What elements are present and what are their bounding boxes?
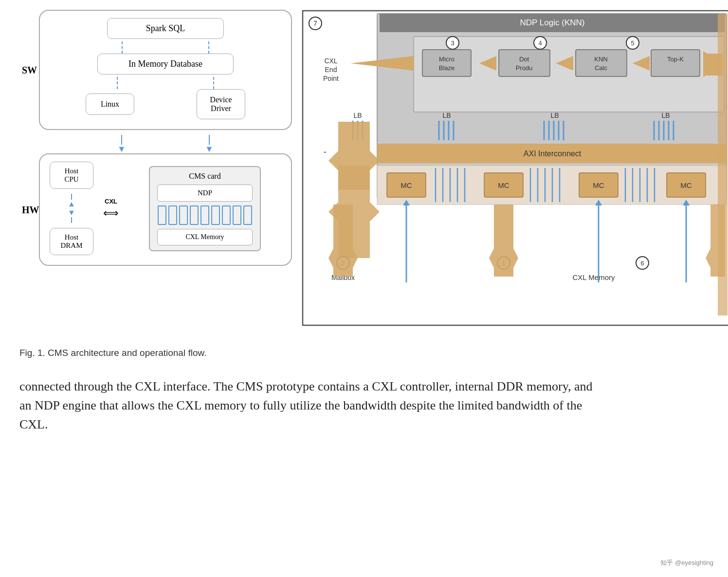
body-text: connected through the CXL interface. The… xyxy=(19,372,603,439)
sw-section-wrapper: SW Spark SQL In Memory Database xyxy=(39,10,292,130)
svg-text:Produ: Produ xyxy=(516,64,533,72)
wave-lines xyxy=(157,205,253,225)
svg-rect-30 xyxy=(651,50,700,76)
svg-text:Top-K: Top-K xyxy=(667,56,684,63)
cxl-connector: CXL ⟺ xyxy=(103,198,119,220)
driver-box: DeviceDriver xyxy=(197,89,245,119)
hw-inner: HostCPU ▲ ▼ HostDRAM xyxy=(50,162,281,255)
svg-rect-26 xyxy=(576,50,627,76)
cxl-memory-text: CXL Memory xyxy=(185,233,224,241)
wave-8 xyxy=(233,205,241,225)
svg-text:MC: MC xyxy=(593,181,604,189)
arrow-up: ▲ xyxy=(68,200,75,208)
wave-4 xyxy=(190,205,199,225)
svg-text:Micro: Micro xyxy=(439,56,455,63)
svg-text:-: - xyxy=(324,147,327,157)
watermark: 知乎 @eyesighting xyxy=(660,558,713,567)
arrow-col-1: ▼ xyxy=(117,135,126,153)
hw-section-wrapper: HW HostCPU ▲ ▼ xyxy=(39,153,292,266)
cxl-double-arrow: ⟺ xyxy=(103,207,119,220)
cxl-label: CXL xyxy=(105,198,117,205)
svg-text:CXL: CXL xyxy=(324,57,337,65)
arrow-down-2: ▼ xyxy=(205,145,214,153)
svg-text:MC: MC xyxy=(680,181,692,189)
svg-text:MC: MC xyxy=(498,181,509,189)
svg-text:5: 5 xyxy=(631,39,634,47)
svg-text:7: 7 xyxy=(313,19,317,27)
hw-box: HostCPU ▲ ▼ HostDRAM xyxy=(39,153,292,266)
bottom-text-area: Fig. 1. CMS architecture and operational… xyxy=(19,338,709,448)
ndp-box: NDP xyxy=(157,185,253,202)
svg-text:LB: LB xyxy=(442,112,451,119)
spark-sql-text: Spark SQL xyxy=(146,23,185,33)
svg-text:NDP Logic (KNN): NDP Logic (KNN) xyxy=(520,18,585,27)
hw-label: HW xyxy=(22,204,39,215)
cms-side: CMS card NDP xyxy=(128,166,281,251)
svg-text:6: 6 xyxy=(640,260,644,267)
driver-text: DeviceDriver xyxy=(210,95,232,112)
dashed-line-2 xyxy=(208,41,209,54)
dashed-line-1 xyxy=(122,41,123,54)
linux-driver-row: Linux DeviceDriver xyxy=(50,89,281,119)
left-diagram: SW Spark SQL In Memory Database xyxy=(19,10,292,266)
sw-hw-arrows: ▼ ▼ xyxy=(39,135,292,153)
right-svg: 7 NDP Logic (KNN) NDP Logic (KNN) CXL En… xyxy=(302,10,728,326)
svg-text:4: 4 xyxy=(538,39,542,47)
svg-text:Dot: Dot xyxy=(519,56,529,63)
arrow-down-1: ▼ xyxy=(117,145,126,153)
v-line-2 xyxy=(209,135,210,145)
cms-card-box: CMS card NDP xyxy=(149,166,261,251)
cpu-dram-line xyxy=(71,194,72,200)
svg-text:Calc: Calc xyxy=(595,64,608,72)
arrow-col-2: ▼ xyxy=(205,135,214,153)
imdb-box: In Memory Database xyxy=(97,54,234,74)
linux-text: Linux xyxy=(101,100,119,108)
diagram-area: SW Spark SQL In Memory Database xyxy=(19,10,709,328)
svg-text:AXI Interconnect: AXI Interconnect xyxy=(524,149,582,158)
svg-text:LB: LB xyxy=(550,112,559,119)
v-line-1 xyxy=(121,135,122,145)
dashed-line-4 xyxy=(213,77,214,89)
svg-text:CXL Memory: CXL Memory xyxy=(573,273,615,281)
cpu-dram-line2 xyxy=(71,217,72,223)
wave-6 xyxy=(211,205,220,225)
main-container: SW Spark SQL In Memory Database xyxy=(19,10,709,448)
dashed-line-3 xyxy=(117,77,118,89)
svg-text:KNN: KNN xyxy=(594,56,607,63)
host-side: HostCPU ▲ ▼ HostDRAM xyxy=(50,162,93,255)
cms-card-title: CMS card xyxy=(157,172,253,181)
spark-sql-box: Spark SQL xyxy=(107,18,224,39)
wave-5 xyxy=(200,205,209,225)
svg-rect-18 xyxy=(422,50,471,76)
wave-3 xyxy=(179,205,188,225)
svg-text:End: End xyxy=(325,66,337,74)
svg-rect-102 xyxy=(718,14,728,316)
host-dram-box: HostDRAM xyxy=(50,228,93,255)
svg-text:LB: LB xyxy=(353,112,362,119)
imdb-text: In Memory Database xyxy=(128,59,202,69)
body-text-content: connected through the CXL interface. The… xyxy=(19,379,593,431)
svg-text:3: 3 xyxy=(451,39,454,47)
svg-text:Point: Point xyxy=(323,74,339,82)
wave-9 xyxy=(243,205,252,225)
wave-7 xyxy=(222,205,231,225)
host-cpu-text: HostCPU xyxy=(64,167,78,183)
svg-text:LB: LB xyxy=(661,112,670,119)
sw-label: SW xyxy=(22,64,37,75)
wave-2 xyxy=(168,205,177,225)
sw-box: Spark SQL In Memory Database xyxy=(39,10,292,130)
host-cpu-box: HostCPU xyxy=(50,162,93,189)
right-diagram: 7 NDP Logic (KNN) NDP Logic (KNN) CXL En… xyxy=(302,10,728,328)
fig-caption: Fig. 1. CMS architecture and operational… xyxy=(19,343,709,363)
ndp-text: NDP xyxy=(198,189,212,197)
svg-rect-22 xyxy=(499,50,550,76)
svg-text:MC: MC xyxy=(400,181,412,189)
arrow-down-3: ▼ xyxy=(68,208,75,217)
wave-1 xyxy=(158,205,166,225)
host-dram-text: HostDRAM xyxy=(60,233,82,249)
cxl-mem-box: CXL Memory xyxy=(157,229,253,245)
linux-box: Linux xyxy=(86,93,134,115)
svg-text:Blaze: Blaze xyxy=(439,64,455,72)
